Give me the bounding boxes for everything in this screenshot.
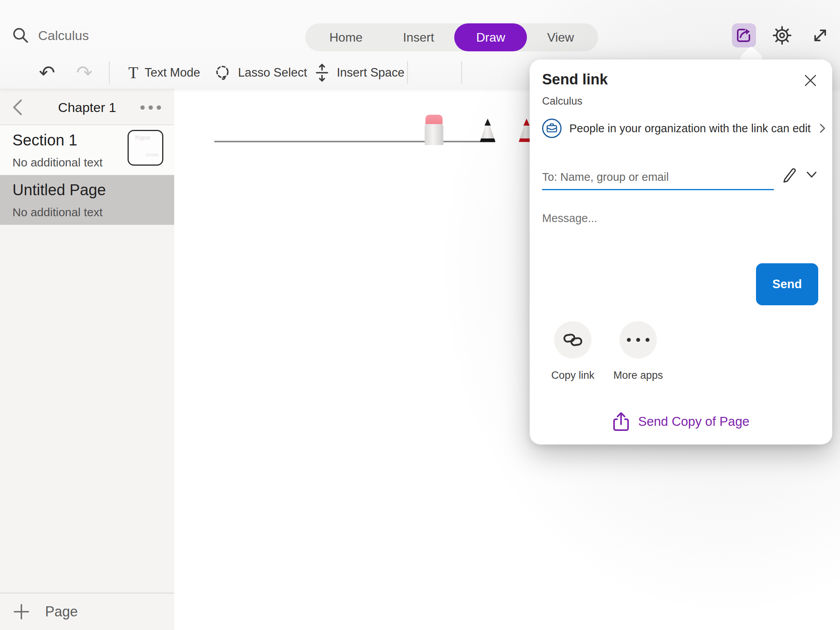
black-pen-icon xyxy=(478,118,498,145)
thumbnail-text: cosec xyxy=(146,152,162,158)
search-icon xyxy=(12,26,30,44)
link-permission-row[interactable]: People in your organization with the lin… xyxy=(542,119,826,138)
copy-link-button[interactable]: Copy link xyxy=(540,321,606,382)
dialog-title: Send link xyxy=(542,71,608,88)
chevron-right-icon xyxy=(819,122,826,134)
more-icon xyxy=(627,338,649,342)
gear-icon xyxy=(772,25,792,46)
toolbar-divider xyxy=(407,61,408,84)
lasso-icon xyxy=(213,63,232,82)
send-button[interactable]: Send xyxy=(756,263,818,305)
page-title: Untitled Page xyxy=(12,181,174,199)
dialog-subtitle: Calculus xyxy=(542,95,583,107)
lasso-select-label: Lasso Select xyxy=(238,66,307,80)
insert-space-icon xyxy=(313,63,331,82)
page-thumbnail: Trigno cosec xyxy=(128,130,163,166)
tab-home[interactable]: Home xyxy=(309,23,383,51)
add-page-button[interactable]: Page xyxy=(0,593,174,630)
thumbnail-text: Trigno xyxy=(134,134,162,141)
settings-button[interactable] xyxy=(770,23,794,47)
eraser-tool[interactable] xyxy=(425,115,443,145)
organization-icon xyxy=(542,119,562,138)
redo-button[interactable]: ↷ xyxy=(76,56,93,89)
eraser-body xyxy=(425,124,443,145)
back-button[interactable] xyxy=(12,99,23,116)
chevron-down-icon[interactable] xyxy=(806,170,817,179)
notebook-title: Calculus xyxy=(38,28,89,43)
notebook-search[interactable]: Calculus xyxy=(12,26,89,44)
send-copy-label: Send Copy of Page xyxy=(638,414,749,429)
undo-icon: ↶ xyxy=(39,63,55,82)
text-mode-button[interactable]: T Text Mode xyxy=(128,56,200,89)
sidebar-header: Chapter 1 xyxy=(0,90,174,124)
undo-button[interactable]: ↶ xyxy=(39,56,55,89)
insert-space-button[interactable]: Insert Space xyxy=(313,56,404,89)
text-mode-label: Text Mode xyxy=(145,66,200,80)
share-page-icon xyxy=(612,411,630,432)
more-apps-button[interactable]: More apps xyxy=(605,321,671,382)
black-pen-tool[interactable] xyxy=(478,118,498,145)
message-input[interactable] xyxy=(542,206,791,230)
close-icon xyxy=(804,74,817,87)
eraser-icon xyxy=(425,115,443,125)
insert-space-label: Insert Space xyxy=(337,66,404,80)
tab-draw[interactable]: Draw xyxy=(454,23,527,51)
share-icon xyxy=(735,26,753,44)
ribbon-tabbar: Home Insert Draw View xyxy=(305,23,598,51)
tab-view[interactable]: View xyxy=(527,23,594,51)
edit-pencil-icon[interactable] xyxy=(781,166,798,183)
page-list-item-section1[interactable]: Section 1 No additional text Trigno cose… xyxy=(0,125,174,175)
page-subtitle: No additional text xyxy=(12,206,174,219)
send-link-dialog: Send link Calculus People in your organi… xyxy=(530,60,832,444)
toolbar-divider xyxy=(109,61,110,84)
plus-icon xyxy=(13,604,30,620)
link-icon xyxy=(563,332,583,348)
recipient-input[interactable] xyxy=(542,165,774,190)
toolbar-divider xyxy=(461,61,462,84)
page-title-rule xyxy=(214,141,495,142)
page-list-sidebar: Chapter 1 Section 1 No additional text T… xyxy=(0,89,174,630)
tab-insert[interactable]: Insert xyxy=(383,23,454,51)
more-apps-label: More apps xyxy=(605,369,671,382)
add-page-label: Page xyxy=(45,604,78,620)
text-mode-icon: T xyxy=(128,63,138,82)
close-button[interactable] xyxy=(803,73,818,88)
copy-link-label: Copy link xyxy=(540,369,606,382)
send-copy-of-page-button[interactable]: Send Copy of Page xyxy=(530,411,832,432)
share-button[interactable] xyxy=(732,23,756,47)
redo-icon: ↷ xyxy=(76,63,93,82)
recipient-row xyxy=(542,165,820,190)
top-right-actions xyxy=(732,23,832,47)
page-list-item-untitled[interactable]: Untitled Page No additional text xyxy=(0,175,174,225)
lasso-select-button[interactable]: Lasso Select xyxy=(213,56,307,89)
fullscreen-button[interactable] xyxy=(808,23,832,47)
expand-icon xyxy=(810,26,830,45)
section-menu-button[interactable] xyxy=(140,105,161,110)
permission-label: People in your organization with the lin… xyxy=(569,122,811,135)
